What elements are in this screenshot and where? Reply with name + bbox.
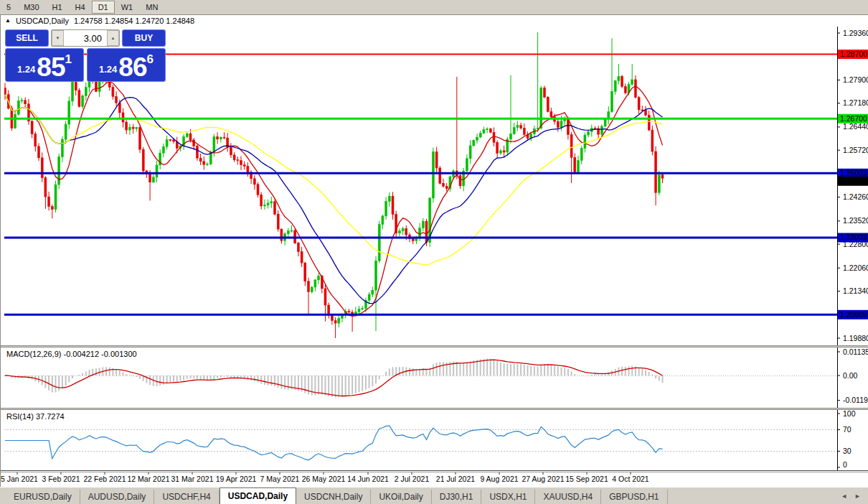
svg-text:1.28700: 1.28700 bbox=[840, 50, 867, 58]
date-axis-canvas: 15 Jan 20213 Feb 202122 Feb 202112 Mar 2… bbox=[1, 470, 868, 487]
svg-text:30: 30 bbox=[843, 447, 852, 455]
svg-text:1.24848: 1.24848 bbox=[840, 177, 867, 185]
buy-price-display[interactable]: 1.24866 bbox=[87, 48, 166, 82]
volume-input[interactable]: 3.00 bbox=[64, 30, 107, 46]
buy-button[interactable]: BUY bbox=[122, 29, 166, 47]
svg-text:1.19880: 1.19880 bbox=[843, 334, 868, 342]
timeframe-button-mn[interactable]: MN bbox=[139, 1, 164, 14]
svg-text:-0.011904: -0.011904 bbox=[843, 396, 868, 404]
svg-text:1.23520: 1.23520 bbox=[843, 216, 868, 225]
date-tick-label: 14 Jun 2021 bbox=[347, 475, 389, 483]
chart-window: ▲ USDCAD,Daily 1.24758 1.24854 1.24720 1… bbox=[0, 15, 868, 487]
svg-text:0: 0 bbox=[843, 460, 847, 469]
svg-text:1.29360: 1.29360 bbox=[843, 29, 868, 37]
sell-price-display[interactable]: 1.24851 bbox=[5, 48, 84, 82]
timeframe-button-d1[interactable]: D1 bbox=[92, 1, 115, 14]
one-click-trading-panel: SELL ▼ 3.00 ▲ BUY 1.24851 1.24866 bbox=[5, 29, 166, 82]
date-tick-label: 15 Sep 2021 bbox=[565, 475, 608, 483]
svg-text:100: 100 bbox=[843, 410, 856, 418]
tab-scroll-buttons: ◄ ► bbox=[841, 493, 868, 500]
title-arrow-icon: ▲ bbox=[5, 18, 11, 24]
timeframe-button-h4[interactable]: H4 bbox=[69, 1, 92, 14]
volume-increase-button[interactable]: ▲ bbox=[107, 30, 119, 46]
svg-text:1.24260: 1.24260 bbox=[843, 192, 868, 201]
tab-gbpusd-h1[interactable]: GBPUSD,H1 bbox=[601, 490, 667, 504]
date-tick-label: 15 Jan 2021 bbox=[1, 475, 38, 483]
chart-symbol-title: USDCAD,Daily bbox=[16, 17, 69, 25]
tab-scroll-left-icon[interactable]: ◄ bbox=[841, 493, 847, 500]
sell-price-big: 85 bbox=[37, 55, 65, 80]
sell-price-sup: 1 bbox=[65, 52, 72, 67]
price-axis: 1.293601.279001.271801.264401.257201.242… bbox=[837, 27, 868, 345]
rsi-axis: 10070300 bbox=[837, 410, 868, 470]
date-tick-label: 12 Mar 2021 bbox=[128, 475, 170, 483]
chart-title-bar: ▲ USDCAD,Daily 1.24758 1.24854 1.24720 1… bbox=[1, 15, 868, 27]
tab-audusd-daily[interactable]: AUDUSD,Daily bbox=[80, 490, 155, 504]
sell-button[interactable]: SELL bbox=[5, 29, 49, 47]
svg-text:1.27180: 1.27180 bbox=[843, 98, 868, 107]
timeframe-button-5[interactable]: 5 bbox=[0, 1, 17, 14]
tab-dj30-h1[interactable]: DJ30,H1 bbox=[432, 490, 482, 504]
macd-label: MACD(12,26,9) -0.004212 -0.001300 bbox=[6, 350, 137, 358]
tab-xauusd-h4[interactable]: XAUUSD,H4 bbox=[535, 490, 601, 504]
tab-eurusd-daily[interactable]: EURUSD,Daily bbox=[6, 490, 80, 504]
volume-decrease-button[interactable]: ▼ bbox=[52, 30, 64, 46]
timeframe-button-m30[interactable]: M30 bbox=[17, 1, 45, 14]
date-tick-label: 27 Aug 2021 bbox=[522, 475, 565, 483]
rsi-pane[interactable]: 10070300 RSI(14) 37.7274 bbox=[1, 410, 868, 470]
buy-price-prefix: 1.24 bbox=[99, 64, 117, 75]
date-tick-label: 2 Jul 2021 bbox=[395, 475, 430, 483]
rsi-label: RSI(14) 37.7274 bbox=[6, 412, 65, 421]
chart-ohlc-values: 1.24758 1.24854 1.24720 1.24848 bbox=[74, 17, 194, 25]
svg-text:1.20609: 1.20609 bbox=[840, 310, 867, 319]
timeframe-toolbar: 5M30H1H4D1W1MN bbox=[0, 0, 868, 15]
svg-text:1.27900: 1.27900 bbox=[843, 75, 868, 84]
svg-text:1.21340: 1.21340 bbox=[843, 286, 868, 295]
date-tick-label: 22 Feb 2021 bbox=[84, 475, 126, 483]
volume-control: ▼ 3.00 ▲ bbox=[51, 29, 120, 47]
svg-text:1.26700: 1.26700 bbox=[840, 114, 867, 123]
tab-scroll-right-icon[interactable]: ► bbox=[854, 493, 861, 500]
date-axis: 15 Jan 20213 Feb 202122 Feb 202112 Mar 2… bbox=[1, 470, 868, 487]
timeframe-button-h1[interactable]: H1 bbox=[46, 1, 69, 14]
tab-ukoil-daily[interactable]: UKOil,Daily bbox=[371, 490, 431, 504]
tab-usdcad-daily[interactable]: USDCAD,Daily bbox=[220, 487, 296, 504]
chart-tab-bar: EURUSD,DailyAUDUSD,DailyUSDCHF,H4USDCAD,… bbox=[0, 487, 868, 504]
svg-text:1.23003: 1.23003 bbox=[840, 233, 867, 241]
date-tick-label: 3 Feb 2021 bbox=[42, 475, 80, 483]
macd-axis: 0.011350.00-0.011904 bbox=[837, 347, 868, 408]
date-tick-label: 7 May 2021 bbox=[260, 475, 300, 483]
svg-text:0.00: 0.00 bbox=[843, 371, 858, 380]
tab-usdx-h1[interactable]: USDX,H1 bbox=[481, 490, 535, 504]
date-tick-label: 31 Mar 2021 bbox=[171, 475, 214, 483]
tab-usdcnh-daily[interactable]: USDCNH,Daily bbox=[296, 490, 371, 504]
buy-price-sup: 6 bbox=[147, 52, 154, 67]
sell-price-prefix: 1.24 bbox=[17, 64, 35, 75]
svg-text:1.26440: 1.26440 bbox=[843, 122, 868, 131]
date-tick-label: 9 Aug 2021 bbox=[480, 475, 518, 483]
price-chart[interactable]: 1.293601.279001.271801.264401.257201.242… bbox=[1, 27, 868, 345]
date-tick-label: 4 Oct 2021 bbox=[612, 475, 649, 483]
svg-text:1.22060: 1.22060 bbox=[843, 263, 868, 272]
tab-usdchf-h4[interactable]: USDCHF,H4 bbox=[154, 490, 219, 504]
timeframe-button-w1[interactable]: W1 bbox=[115, 1, 140, 14]
buy-price-big: 86 bbox=[118, 55, 146, 80]
svg-text:1.25720: 1.25720 bbox=[843, 146, 868, 154]
date-tick-label: 26 May 2021 bbox=[302, 475, 346, 483]
svg-text:70: 70 bbox=[843, 425, 852, 434]
svg-text:0.01135: 0.01135 bbox=[843, 347, 868, 356]
date-tick-label: 19 Apr 2021 bbox=[216, 475, 257, 483]
date-tick-label: 21 Jul 2021 bbox=[436, 475, 475, 483]
macd-pane[interactable]: 0.011350.00-0.011904 MACD(12,26,9) -0.00… bbox=[1, 347, 868, 408]
rsi-canvas[interactable]: 10070300 bbox=[1, 410, 868, 470]
